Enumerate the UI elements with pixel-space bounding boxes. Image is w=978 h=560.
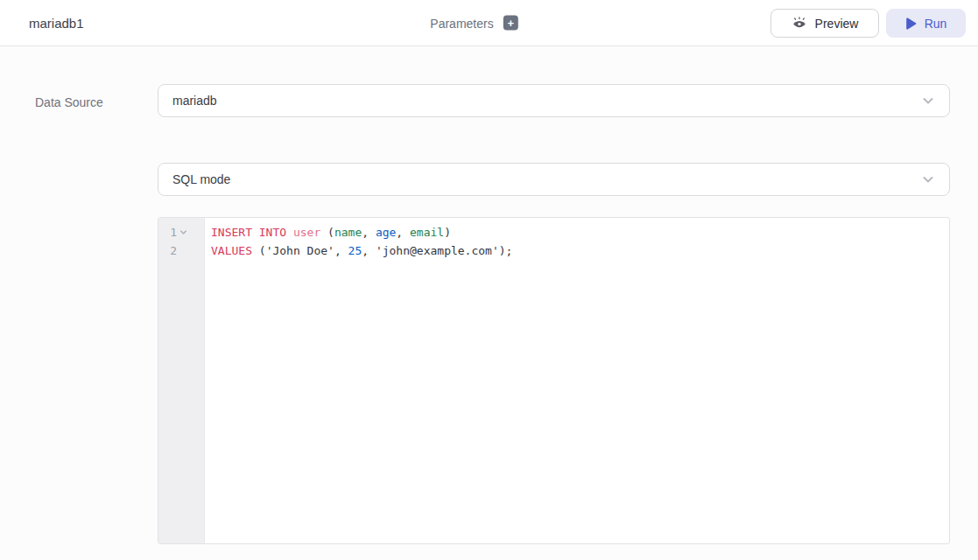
code-token-field-blue: age [376,226,396,239]
code-token-keyword: INSERT [211,226,252,239]
topbar-actions: Preview Run [770,9,966,38]
code-token-plain: , [396,226,410,239]
add-parameter-button[interactable]: + [503,16,518,31]
play-icon [905,18,917,30]
code-token-plain [252,226,259,239]
data-source-value: mariadb [172,94,921,108]
editor-gutter: 12 [158,218,205,543]
parameters-label: Parameters [430,16,493,30]
topbar: mariadb1 Parameters + [0,0,978,46]
query-mode-value: SQL mode [172,172,921,186]
run-button-label: Run [925,17,947,31]
code-token-plain: ); [499,244,513,257]
code-token-plain: ( [252,244,266,257]
chevron-down-icon [921,172,935,186]
code-token-plain: ( [320,226,334,239]
query-title: mariadb1 [29,16,84,31]
query-editor-screen: mariadb1 Parameters + [0,0,978,560]
code-token-field-green: email [410,226,444,239]
line-number: 1 [170,223,177,242]
plus-icon: + [507,17,514,30]
run-button[interactable]: Run [886,9,966,38]
code-token-string: 'John Doe' [266,244,334,257]
code-line[interactable]: INSERT INTO user (name, age, email) [211,223,942,242]
fold-chevron-icon[interactable] [179,228,192,236]
data-source-select[interactable]: mariadb [158,84,950,117]
chevron-down-icon [921,94,935,108]
eye-icon [792,17,807,30]
code-token-field-green: name [334,226,362,239]
code-token-keyword: VALUES [211,244,252,257]
code-token-builtin: user [293,226,320,239]
preview-button-label: Preview [815,17,859,31]
gutter-line: 1 [158,223,204,242]
line-number: 2 [170,242,177,260]
code-token-plain: ) [444,226,451,239]
parameters-section: Parameters + [430,16,517,31]
code-token-plain [286,226,293,239]
code-line[interactable]: VALUES ('John Doe', 25, 'john@example.co… [211,242,942,260]
query-mode-select[interactable]: SQL mode [158,163,950,196]
code-token-plain: , [334,244,348,257]
preview-button[interactable]: Preview [770,9,879,38]
code-token-keyword: INTO [259,226,286,239]
sql-code-editor[interactable]: 12 INSERT INTO user (name, age, email)VA… [158,217,950,544]
data-source-label: Data Source [35,95,103,109]
editor-code-area[interactable]: INSERT INTO user (name, age, email)VALUE… [205,218,949,543]
gutter-line: 2 [158,242,204,260]
code-token-string: 'john@example.com' [376,244,499,257]
code-token-plain: , [362,226,376,239]
code-token-number: 25 [348,244,362,257]
code-token-plain: , [362,244,376,257]
